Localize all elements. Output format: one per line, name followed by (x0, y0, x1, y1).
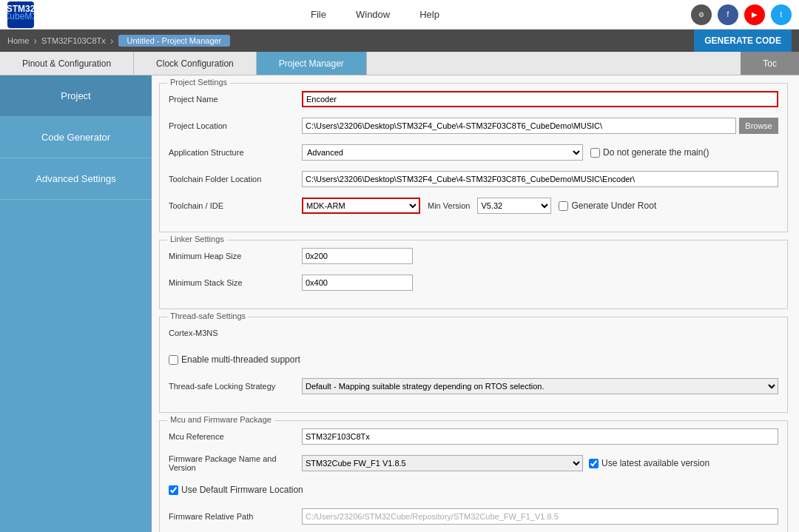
thread-safe-group: Thread-safe Settings Cortex-M3NS Enable … (159, 317, 788, 413)
project-name-row: Project Name (169, 90, 778, 109)
generate-under-root-wrapper: Generate Under Root (559, 201, 656, 211)
use-default-fw-checkbox[interactable] (169, 485, 178, 495)
tab-toc[interactable]: Toc (741, 52, 799, 75)
tab-bar: Pinout & Configuration Clock Configurati… (0, 52, 799, 75)
twitter-icon[interactable]: t (771, 4, 792, 25)
min-stack-row: Minimum Stack Size (169, 273, 778, 292)
tab-project-manager[interactable]: Project Manager (257, 52, 367, 75)
toolchain-ide-select[interactable]: MDK-ARM EWARM SW4STM32 Makefile (302, 198, 420, 214)
toolchain-ide-row: Toolchain / IDE MDK-ARM EWARM SW4STM32 M… (169, 196, 778, 215)
breadcrumb-mcu[interactable]: STM32F103C8Tx (41, 36, 106, 45)
min-heap-input[interactable] (302, 248, 413, 264)
linker-settings-title: Linker Settings (167, 235, 227, 243)
min-stack-label: Minimum Stack Size (169, 278, 302, 287)
thread-safe-title: Thread-safe Settings (167, 312, 249, 320)
mcu-ref-input[interactable] (302, 428, 778, 445)
top-right-icons: ⚙ f ▶ t (691, 4, 792, 25)
facebook-icon[interactable]: f (718, 4, 738, 25)
fw-path-label: Firmware Relative Path (169, 512, 302, 521)
main-content: Project Code Generator Advanced Settings… (0, 75, 799, 532)
project-settings-title: Project Settings (167, 78, 230, 87)
min-version-label: Min Version (428, 201, 470, 210)
firmware-group: Mcu and Firmware Package Mcu Reference F… (159, 420, 788, 532)
project-location-row: Project Location Browse (169, 116, 778, 135)
menu-window[interactable]: Window (356, 9, 390, 20)
breadcrumb-project[interactable]: Untitled - Project Manager (118, 35, 231, 47)
generate-under-root-label: Generate Under Root (571, 201, 656, 211)
min-stack-input[interactable] (302, 275, 413, 291)
breadcrumb-bar: Home › STM32F103C8Tx › Untitled - Projec… (0, 30, 799, 52)
locking-strategy-select[interactable]: Default - Mapping suitable strategy depe… (302, 378, 778, 394)
menu-bar: File Window Help (59, 9, 691, 20)
min-heap-label: Minimum Heap Size (169, 252, 302, 260)
enable-thread-wrapper: Enable multi-threaded support (169, 354, 300, 365)
project-location-input[interactable] (302, 118, 736, 134)
application-structure-label: Application Structure (169, 148, 302, 157)
menu-help[interactable]: Help (419, 9, 439, 20)
toolchain-folder-input[interactable] (302, 171, 778, 187)
sidebar-item-code-generator[interactable]: Code Generator (0, 117, 152, 158)
do-not-generate-label: Do not generate the main() (603, 147, 709, 158)
do-not-generate-checkbox-wrapper: Do not generate the main() (590, 147, 709, 158)
browse-button[interactable]: Browse (739, 118, 778, 134)
project-settings-group: Project Settings Project Name Project Lo… (159, 83, 788, 232)
generate-under-root-checkbox[interactable] (559, 201, 568, 211)
mcu-ref-label: Mcu Reference (169, 432, 302, 441)
fw-name-label: Firmware Package Name and Version (169, 454, 302, 472)
locking-strategy-row: Thread-safe Locking Strategy Default - M… (169, 377, 778, 396)
toolchain-folder-label: Toolchain Folder Location (169, 175, 302, 183)
enable-thread-checkbox[interactable] (169, 355, 178, 365)
application-structure-row: Application Structure Advanced Basic Do … (169, 143, 778, 162)
content-area: Project Settings Project Name Project Lo… (152, 75, 799, 532)
do-not-generate-checkbox[interactable] (590, 148, 600, 158)
min-heap-row: Minimum Heap Size (169, 246, 778, 266)
linker-settings-group: Linker Settings Minimum Heap Size Minimu… (159, 240, 788, 309)
breadcrumb-home[interactable]: Home (7, 36, 29, 45)
svg-text:CubeMX: CubeMX (7, 11, 34, 21)
use-latest-label: Use latest available version (601, 458, 709, 468)
cortex-row: Cortex-M3NS (169, 323, 778, 343)
fw-path-row: Firmware Relative Path (169, 507, 778, 526)
sidebar-item-advanced-settings[interactable]: Advanced Settings (0, 158, 152, 200)
sidebar: Project Code Generator Advanced Settings (0, 75, 152, 532)
fw-name-row: Firmware Package Name and Version STM32C… (169, 454, 778, 473)
application-structure-select[interactable]: Advanced Basic (302, 144, 583, 161)
use-default-fw-row: Use Default Firmware Location (169, 480, 778, 499)
firmware-title: Mcu and Firmware Package (167, 415, 274, 424)
fw-path-input[interactable] (302, 508, 778, 525)
mcu-ref-row: Mcu Reference (169, 427, 778, 446)
locking-strategy-label: Thread-safe Locking Strategy (169, 382, 302, 391)
breadcrumb-sep1: › (33, 35, 37, 47)
logo-icon: STM32 CubeMX (7, 1, 34, 28)
enable-thread-row: Enable multi-threaded support (169, 350, 778, 369)
tab-clock[interactable]: Clock Configuration (134, 52, 257, 75)
logo: STM32 CubeMX (7, 1, 37, 28)
use-default-fw-wrapper: Use Default Firmware Location (169, 485, 303, 495)
cortex-label: Cortex-M3NS (169, 329, 218, 337)
settings-icon[interactable]: ⚙ (691, 4, 712, 25)
breadcrumb-sep2: › (110, 35, 114, 47)
top-bar: STM32 CubeMX File Window Help ⚙ f ▶ t (0, 0, 799, 30)
toolchain-ide-controls: MDK-ARM EWARM SW4STM32 Makefile Min Vers… (302, 198, 656, 214)
toolchain-ide-label: Toolchain / IDE (169, 201, 302, 210)
menu-file[interactable]: File (311, 9, 326, 20)
min-version-select[interactable]: V5.32 V5.27 V5.24 (477, 198, 551, 214)
tab-pinout[interactable]: Pinout & Configuration (0, 52, 134, 75)
generate-code-button[interactable]: GENERATE CODE (694, 30, 792, 52)
youtube-icon[interactable]: ▶ (744, 4, 765, 25)
use-default-fw-label: Use Default Firmware Location (181, 485, 303, 495)
project-location-label: Project Location (169, 121, 302, 130)
project-name-label: Project Name (169, 95, 302, 104)
use-latest-checkbox[interactable] (589, 459, 599, 468)
fw-name-select[interactable]: STM32Cube FW_F1 V1.8.5 (302, 455, 583, 471)
enable-thread-label: Enable multi-threaded support (181, 354, 300, 365)
use-latest-wrapper: Use latest available version (589, 458, 709, 468)
sidebar-item-project[interactable]: Project (0, 75, 152, 117)
toolchain-folder-row: Toolchain Folder Location (169, 169, 778, 189)
project-name-input[interactable] (302, 91, 778, 107)
